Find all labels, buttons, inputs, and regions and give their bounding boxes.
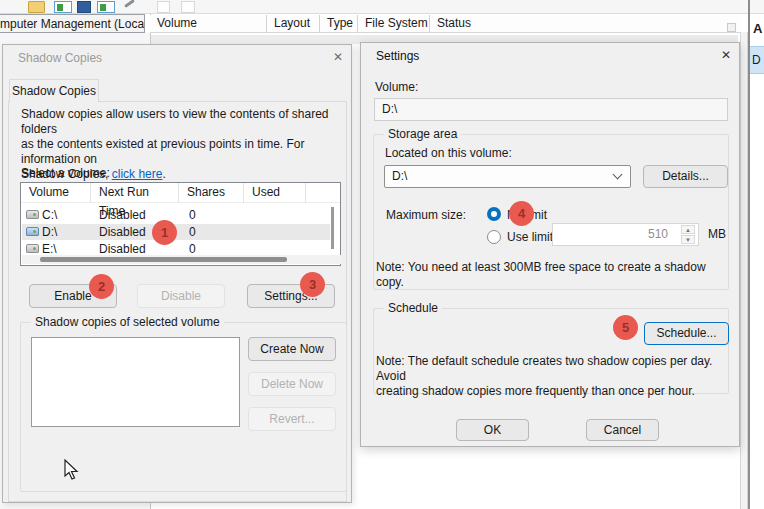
header-next-run-time[interactable]: Next Run Time: [91, 183, 179, 203]
cell-next-run: Disabled: [99, 225, 146, 239]
help-icon[interactable]: [181, 1, 195, 13]
actions-pane: A D: [750, 14, 764, 509]
vertical-scrollbar-thumb[interactable]: [331, 207, 334, 249]
cell-volume: E:\: [42, 242, 57, 256]
storage-area-group: Storage area Located on this volume: D:\…: [373, 134, 729, 290]
create-now-button[interactable]: Create Now: [248, 337, 336, 361]
cell-volume: D:\: [42, 225, 57, 239]
cell-volume: C:\: [42, 208, 57, 222]
column-volume[interactable]: Volume: [150, 15, 267, 33]
schedule-group: Schedule Schedule... Note: The default s…: [373, 308, 729, 394]
header-volume[interactable]: Volume: [21, 183, 91, 203]
cell-shares: 0: [189, 208, 196, 222]
maximum-size-label: Maximum size:: [386, 208, 466, 222]
horizontal-scrollbar-thumb[interactable]: [40, 257, 287, 262]
no-limit-radio[interactable]: [487, 207, 501, 221]
tab-panel: Shadow copies allow users to view the co…: [8, 101, 347, 502]
dialog-title: Settings: [376, 49, 419, 63]
spinner: ▲ ▼: [681, 225, 695, 244]
group-label: Shadow copies of selected volume: [31, 315, 224, 329]
actions-selected-item[interactable]: D: [750, 46, 764, 74]
header-shares[interactable]: Shares: [179, 183, 244, 203]
screen: mputer Management (Local Volume Layout T…: [0, 0, 764, 509]
table-row-c[interactable]: C:\ Disabled 0: [22, 207, 330, 223]
volume-label: Volume:: [375, 80, 418, 94]
close-icon[interactable]: ✕: [718, 47, 734, 63]
column-layout[interactable]: Layout: [267, 15, 320, 33]
list-scrollbar[interactable]: [740, 32, 748, 509]
volume-value-field: D:\: [374, 98, 728, 121]
annotation-step-5: 5: [613, 315, 638, 340]
use-limit-radio[interactable]: [487, 230, 501, 244]
drive-icon: [26, 210, 39, 219]
select-volume-label: Select a volume:: [21, 166, 110, 180]
console-toolbar: [0, 0, 764, 14]
show-actions-pane-icon[interactable]: [97, 1, 115, 13]
tab-shadow-copies[interactable]: Shadow Copies: [9, 79, 99, 102]
header-used[interactable]: Used: [244, 183, 306, 203]
cell-next-run: Disabled: [99, 208, 146, 222]
revert-button[interactable]: Revert...: [248, 407, 336, 431]
ok-button[interactable]: OK: [456, 419, 529, 441]
settings-dialog: Settings ✕ Volume: D:\ Storage area Loca…: [360, 42, 740, 447]
properties-wrench-icon[interactable]: [122, 1, 138, 13]
details-button[interactable]: Details...: [643, 165, 728, 188]
dialog-title: Shadow Copies: [18, 51, 102, 65]
column-chooser-icon[interactable]: [727, 23, 736, 32]
intro-period: .: [162, 167, 165, 181]
column-file-system[interactable]: File System: [358, 15, 430, 33]
drive-icon: [26, 227, 39, 236]
cell-shares: 0: [189, 242, 196, 256]
disable-button[interactable]: Disable: [137, 284, 225, 308]
annotation-step-1: 1: [152, 220, 177, 245]
volume-list-header: Volume Next Run Time Shares Used: [21, 183, 340, 203]
schedule-button[interactable]: Schedule...: [644, 322, 729, 345]
group-label: Schedule: [384, 301, 442, 315]
add-snapin-icon[interactable]: [77, 1, 91, 13]
schedule-note: Note: The default schedule creates two s…: [376, 354, 728, 399]
annotation-step-3: 3: [300, 272, 325, 297]
close-icon[interactable]: ✕: [330, 49, 346, 65]
shadow-copies-dialog: Shadow Copies ✕ Shadow Copies Shadow cop…: [2, 44, 352, 503]
tree-root-label: mputer Management (Local: [0, 17, 145, 31]
chevron-down-icon: [613, 170, 623, 180]
toolbar-extra-icon[interactable]: [157, 1, 170, 13]
storage-note: Note: You need at least 300MB free space…: [376, 260, 726, 290]
column-type[interactable]: Type: [320, 15, 358, 33]
located-label: Located on this volume:: [385, 146, 512, 160]
shadow-copies-list[interactable]: [31, 337, 240, 427]
folder-icon[interactable]: [28, 1, 45, 13]
annotation-step-2: 2: [89, 274, 114, 299]
limit-value: 510: [648, 227, 668, 241]
mouse-cursor: [64, 459, 80, 484]
located-volume-dropdown[interactable]: D:\: [384, 165, 631, 188]
volume-list-column-header: Volume Layout Type File System Status: [150, 15, 740, 33]
annotation-step-4: 4: [509, 201, 534, 226]
cell-next-run: Disabled: [99, 242, 146, 256]
dropdown-value: D:\: [392, 169, 407, 183]
use-limit-label: Use limit:: [507, 230, 556, 244]
column-status[interactable]: Status: [430, 15, 738, 33]
cell-shares: 0: [189, 225, 196, 239]
group-label: Storage area: [384, 127, 461, 141]
volume-list[interactable]: Volume Next Run Time Shares Used C:\ Dis…: [20, 182, 341, 266]
spin-up-icon[interactable]: ▲: [681, 225, 695, 234]
tree-root-node[interactable]: mputer Management (Local: [0, 14, 145, 33]
horizontal-scrollbar[interactable]: [22, 255, 341, 264]
spin-down-icon[interactable]: ▼: [681, 235, 695, 244]
limit-size-input[interactable]: 510 ▲ ▼: [552, 223, 699, 246]
mb-unit-label: MB: [708, 227, 726, 241]
drive-icon: [26, 244, 39, 253]
show-console-tree-icon[interactable]: [54, 1, 72, 13]
cancel-button[interactable]: Cancel: [586, 419, 659, 441]
actions-pane-title: A: [753, 21, 762, 36]
delete-now-button[interactable]: Delete Now: [248, 372, 336, 396]
click-here-link[interactable]: click here: [112, 167, 163, 181]
